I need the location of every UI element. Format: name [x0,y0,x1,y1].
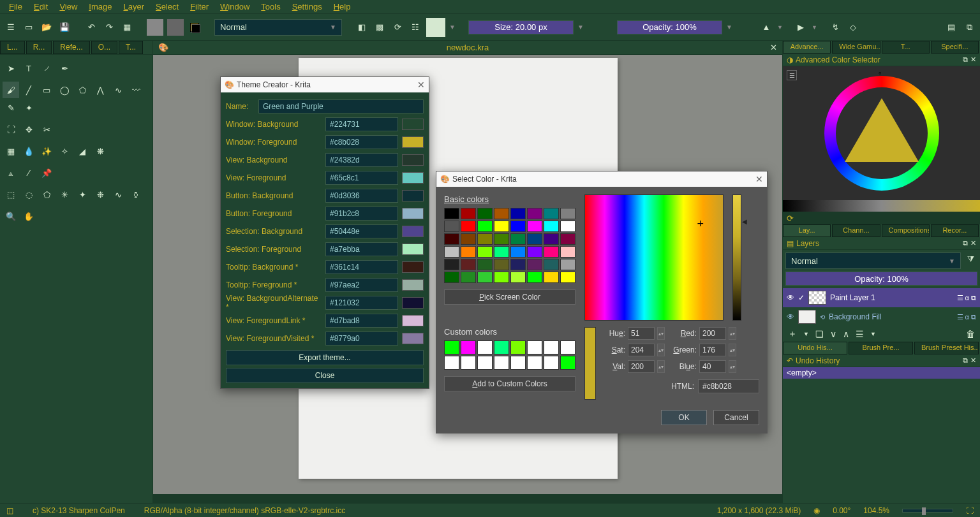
custom-color-swatch[interactable] [444,356,459,370]
basic-color-swatch[interactable] [444,208,459,219]
theme-property-input[interactable] [325,331,398,346]
tool-fill[interactable]: ▦ [3,143,19,159]
move-up-icon[interactable]: ∧ [843,329,849,339]
basic-color-swatch[interactable] [527,208,542,219]
eye-icon[interactable]: 👁 [787,293,794,302]
status-select-icon[interactable]: ◫ [6,506,13,515]
tool-freehand[interactable]: 〰 [128,82,144,98]
color-gradient-picker[interactable]: + [584,194,724,321]
close-panel-icon[interactable]: ✕ [970,356,976,365]
basic-color-swatch[interactable] [494,208,509,219]
custom-color-swatch[interactable] [510,340,526,354]
left-tab[interactable]: T... [119,41,143,54]
color-selector-menu-icon[interactable]: ☰ [787,70,797,80]
custom-color-swatch[interactable] [527,356,542,370]
green-input[interactable] [699,344,726,356]
custom-color-swatch[interactable] [560,340,575,354]
basic-color-swatch[interactable] [477,246,493,258]
theme-property-input[interactable] [325,296,398,310]
fgbg-swatch[interactable] [188,20,202,34]
tool-sel-bezier[interactable]: ∿ [110,186,126,203]
basic-color-swatch[interactable] [461,221,476,232]
theme-property-input[interactable] [325,171,398,185]
basic-color-swatch[interactable] [444,246,459,258]
menu-window[interactable]: Window [215,1,255,13]
right-tab[interactable]: Wide Gamu... [832,41,880,54]
preset-dropdown-icon[interactable]: ▼ [449,24,456,31]
tool-pointer[interactable]: ➤ [3,60,19,76]
basic-color-swatch[interactable] [477,208,493,219]
layer-row[interactable]: 👁✓Paint Layer 1☰ α ⧉ [783,288,980,307]
spinner[interactable]: ▴▾ [729,327,736,340]
tool-crop[interactable]: ✂ [38,121,55,138]
tool-pattern[interactable]: ❋ [92,143,108,159]
basic-color-swatch[interactable] [544,233,559,245]
menu-filter[interactable]: Filter [185,1,214,13]
eye-icon[interactable]: 👁 [787,312,794,321]
html-input[interactable] [698,379,759,393]
basic-color-swatch[interactable] [444,259,459,270]
tool-polygon[interactable]: ⬠ [74,82,91,98]
dialog-close-icon[interactable]: ✕ [755,174,763,184]
save-icon[interactable]: 💾 [57,20,71,34]
grid-icon[interactable]: ▦ [120,20,134,34]
spinner[interactable]: ▴▾ [657,327,665,340]
menu-select[interactable]: Select [151,1,184,13]
tool-pan[interactable]: ✋ [20,208,37,224]
basic-color-swatch[interactable] [461,272,476,283]
tool-sel-contig[interactable]: ✦ [74,186,91,203]
color-swatch[interactable] [402,226,424,237]
dialog-close-icon[interactable]: ✕ [417,80,425,90]
brush-preset-icon[interactable] [426,18,445,37]
left-tab[interactable]: O... [91,41,117,54]
menu-icon[interactable]: ☰ [4,20,18,34]
basic-color-swatch[interactable] [560,272,575,283]
basic-color-swatch[interactable] [560,233,575,245]
tool-transform[interactable]: ⛶ [3,121,19,138]
brush-size-slider[interactable]: Size: 20.00 px [468,20,574,34]
right-tab[interactable]: T... [882,41,930,54]
basic-color-swatch[interactable] [527,233,542,245]
tool-ellipse[interactable]: ◯ [56,82,73,98]
basic-color-swatch[interactable] [560,208,575,219]
basic-color-swatch[interactable] [510,259,526,270]
basic-color-swatch[interactable] [477,272,493,283]
workspace-icon[interactable]: ▤ [944,20,958,34]
color-swatch[interactable] [402,119,424,130]
float-panel-icon[interactable]: ⧉ [963,239,968,247]
tool-gradient[interactable]: ◢ [74,143,91,159]
undo-empty-item[interactable]: <empty> [783,367,980,379]
pick-screen-color-button[interactable]: PPick Screen Colorick Screen Color [444,289,575,305]
basic-color-swatch[interactable] [510,221,526,232]
custom-color-swatch[interactable] [544,356,559,370]
theme-property-input[interactable] [325,314,398,328]
tool-brush[interactable]: 🖌 [3,82,19,98]
tool-move[interactable]: ✥ [20,121,37,138]
left-tab[interactable]: R... [26,41,52,54]
hue-input[interactable] [628,327,655,340]
tool-sel-rect[interactable]: ⬚ [3,186,19,203]
mirror-v-icon[interactable]: ▶ [794,20,808,34]
left-tab[interactable]: Refe... [53,41,89,54]
angle-icon[interactable]: ◉ [813,506,820,515]
color-swatch[interactable] [402,261,424,273]
tool-measure[interactable]: ∕ [20,164,37,181]
basic-color-swatch[interactable] [461,208,476,219]
custom-color-swatch[interactable] [444,340,459,354]
basic-color-swatch[interactable] [544,272,559,283]
mirror-h-icon[interactable]: ▲ [759,20,773,34]
basic-color-swatch[interactable] [477,233,493,245]
color-gradient-strip[interactable] [783,200,980,212]
layer-filter-icon[interactable]: ⧩ [963,252,977,266]
menu-settings[interactable]: Settings [287,1,327,13]
theme-property-input[interactable] [325,278,398,292]
color-swatch[interactable] [402,244,424,255]
basic-color-swatch[interactable] [544,246,559,258]
theme-property-input[interactable] [325,207,398,221]
color-selector[interactable]: ☰ [783,66,980,200]
bottom-tab[interactable]: Brush Preset His... [914,342,979,354]
pattern-swatch[interactable] [167,19,184,36]
preset-settings-icon[interactable]: ☷ [408,20,422,34]
eraser-icon[interactable]: ◧ [355,20,369,34]
opacity-slider[interactable]: Opacity: 100% [617,20,722,34]
